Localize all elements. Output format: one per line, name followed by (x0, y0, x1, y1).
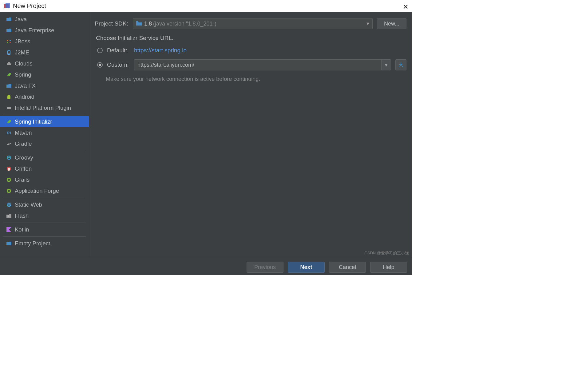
sidebar-item-jboss[interactable]: JBoss (0, 36, 89, 47)
sidebar-item-label: Spring Initializr (15, 118, 52, 125)
sidebar-item-clouds[interactable]: Clouds (0, 58, 89, 69)
gradle-icon (6, 141, 12, 147)
j2me-icon (6, 50, 12, 55)
sidebar-divider (3, 223, 86, 223)
initializr-section-title: Choose Initializr Service URL. (96, 35, 406, 42)
sidebar-item-label: Grails (15, 176, 30, 183)
folder-fx-icon (6, 83, 12, 89)
sidebar-item-gradle[interactable]: Gradle (0, 138, 89, 149)
new-sdk-label: New... (384, 21, 399, 27)
sidebar-item-label: Static Web (15, 201, 42, 208)
sidebar-divider (3, 236, 86, 237)
download-button[interactable] (395, 59, 406, 70)
svg-point-5 (10, 42, 11, 43)
sidebar-item-label: Flash (15, 212, 29, 219)
svg-point-21 (8, 190, 10, 192)
network-note: Make sure your network connection is act… (106, 76, 406, 82)
svg-rect-7 (8, 51, 10, 53)
sidebar-item-label: Empty Project (15, 240, 50, 247)
svg-point-19 (8, 179, 10, 181)
app-icon (4, 3, 10, 9)
sidebar-item-label: Gradle (15, 141, 32, 147)
maven-icon: m (6, 130, 12, 136)
chevron-down-icon: ▾ (385, 62, 387, 68)
jboss-icon (6, 39, 12, 44)
globe-icon (6, 202, 12, 208)
sidebar-item-empty-project[interactable]: Empty Project (0, 238, 89, 249)
sidebar-item-label: Groovy (15, 154, 33, 161)
project-sdk-combo[interactable]: 1.8 (java version "1.8.0_201") ▾ (133, 18, 373, 29)
project-sdk-label: Project SDK: (95, 20, 129, 27)
grails-icon (6, 177, 12, 183)
sidebar-item-java-fx[interactable]: Java FX (0, 80, 89, 91)
folder-enterprise-icon (6, 28, 12, 33)
init-icon (6, 119, 12, 125)
folder-icon (136, 21, 142, 27)
svg-point-3 (10, 40, 11, 41)
flash-icon: F (6, 213, 12, 219)
svg-text:G: G (8, 156, 10, 160)
chevron-down-icon: ▾ (366, 20, 369, 27)
sidebar-item-label: Java (15, 16, 27, 23)
sidebar-item-application-forge[interactable]: Application Forge (0, 185, 89, 196)
sidebar-item-kotlin[interactable]: Kotlin (0, 224, 89, 235)
window-title: New Project (13, 2, 46, 10)
cancel-button[interactable]: Cancel (329, 262, 366, 273)
custom-radio-label: Custom: (107, 61, 130, 68)
new-sdk-button[interactable]: New... (377, 18, 406, 29)
custom-url-input[interactable] (134, 59, 381, 70)
sidebar-item-label: IntelliJ Platform Plugin (15, 105, 71, 111)
sidebar-item-groovy[interactable]: GGroovy (0, 152, 89, 163)
sidebar-item-label: Android (15, 93, 34, 100)
help-button[interactable]: Help (370, 262, 407, 273)
sidebar-item-static-web[interactable]: Static Web (0, 199, 89, 210)
svg-rect-1 (6, 3, 10, 8)
svg-rect-13 (10, 108, 11, 109)
plugin-icon (6, 105, 12, 111)
svg-rect-12 (10, 107, 11, 108)
folder-empty-icon (6, 241, 12, 246)
next-button[interactable]: Next (288, 262, 325, 273)
custom-radio[interactable] (97, 62, 103, 68)
sidebar-item-label: JBoss (15, 38, 30, 45)
cloud-icon (6, 61, 12, 66)
close-icon[interactable]: ✕ (403, 3, 408, 11)
sdk-detail: (java version "1.8.0_201") (153, 21, 216, 27)
sidebar-item-intellij-platform-plugin[interactable]: IntelliJ Platform Plugin (0, 102, 89, 113)
forge-icon (6, 188, 12, 194)
sidebar-item-android[interactable]: Android (0, 91, 89, 102)
default-radio[interactable] (97, 48, 103, 53)
svg-text:F: F (8, 215, 9, 218)
sidebar-item-spring-initializr[interactable]: Spring Initializr (0, 116, 89, 127)
sidebar-item-label: Java Enterprise (15, 27, 54, 34)
previous-button[interactable]: Previous (247, 262, 283, 273)
svg-rect-11 (7, 107, 10, 109)
groovy-icon: G (6, 155, 12, 160)
sidebar-divider (3, 198, 86, 198)
sidebar-item-spring[interactable]: Spring (0, 69, 89, 80)
watermark: CSDN @爱学习的王小强 (364, 250, 409, 256)
kotlin-icon (6, 227, 12, 232)
default-radio-label: Default: (107, 47, 130, 54)
sidebar-item-label: J2ME (15, 49, 29, 56)
sidebar-item-java[interactable]: Java (0, 14, 89, 25)
sidebar-item-label: Kotlin (15, 226, 29, 233)
griffon-icon: g (6, 166, 12, 172)
android-icon (6, 94, 12, 100)
sidebar-item-label: Application Forge (15, 188, 59, 194)
sidebar-item-label: Java FX (15, 82, 36, 89)
sidebar-item-griffon[interactable]: gGriffon (0, 163, 89, 174)
svg-rect-8 (7, 96, 10, 99)
project-type-sidebar[interactable]: JavaJava EnterpriseJBossJ2MECloudsSpring… (0, 12, 89, 258)
main-panel: Project SDK: 1.8 (java version "1.8.0_20… (89, 12, 412, 258)
titlebar: New Project ✕ (0, 0, 412, 12)
custom-url-dropdown[interactable]: ▾ (381, 59, 391, 70)
sidebar-item-j2me[interactable]: J2ME (0, 47, 89, 58)
sidebar-item-label: Spring (15, 71, 31, 78)
sidebar-item-java-enterprise[interactable]: Java Enterprise (0, 25, 89, 36)
svg-text:g: g (8, 167, 10, 171)
default-url-link[interactable]: https://start.spring.io (134, 47, 187, 54)
sidebar-item-maven[interactable]: mMaven (0, 127, 89, 138)
sidebar-item-flash[interactable]: FFlash (0, 210, 89, 221)
sidebar-item-grails[interactable]: Grails (0, 174, 89, 185)
